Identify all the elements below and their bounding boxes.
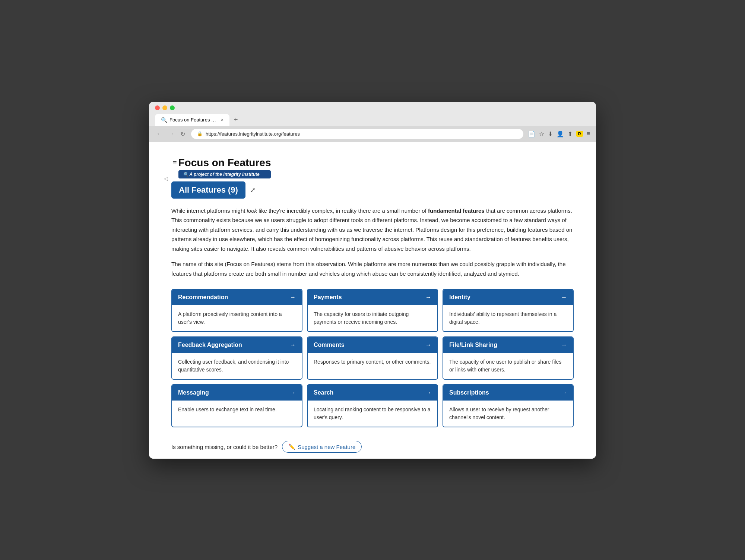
- feature-card[interactable]: Search → Locating and ranking content to…: [307, 384, 438, 427]
- feature-card-body: Enable users to exchange text in real ti…: [172, 401, 302, 419]
- feature-title: File/Link Sharing: [449, 342, 497, 348]
- feature-description: Responses to primary content, or other c…: [314, 359, 431, 365]
- suggest-pencil-icon: ✏️: [288, 443, 295, 450]
- fullscreen-button[interactable]: [170, 105, 175, 110]
- feature-card-header: Feedback Aggregation →: [172, 337, 302, 353]
- feature-card-header: Payments →: [308, 290, 437, 305]
- features-grid: Recommendation → A platform proactively …: [171, 289, 574, 427]
- feature-arrow-icon: →: [561, 389, 567, 396]
- feature-arrow-icon: →: [561, 342, 567, 348]
- hamburger-menu-button[interactable]: ≡: [171, 158, 178, 168]
- reload-button[interactable]: ↻: [179, 130, 187, 138]
- feature-card-header: Comments →: [308, 337, 437, 353]
- active-tab[interactable]: 🔍 Focus on Features | Prevent Ha… ×: [155, 114, 229, 126]
- site-title: Focus on Features: [178, 157, 271, 169]
- r-extension-icon[interactable]: R: [576, 131, 583, 137]
- suggest-row: Is something missing, or could it be bet…: [171, 441, 574, 453]
- feature-card-header: Subscriptions →: [443, 385, 573, 401]
- feature-title: Comments: [314, 342, 345, 348]
- security-icon: 🔒: [197, 131, 203, 136]
- address-bar-row: ← → ↻ 🔒 https://features.integrityinstit…: [149, 126, 596, 142]
- feature-card-body: The capacity for users to initiate outgo…: [308, 305, 437, 331]
- tab-title: Focus on Features | Prevent Ha…: [169, 117, 217, 123]
- feature-arrow-icon: →: [425, 389, 431, 396]
- feature-arrow-icon: →: [425, 342, 431, 348]
- project-badge: 🔍 A project of the Integrity Institute: [178, 170, 271, 178]
- site-title-area: Focus on Features 🔍 A project of the Int…: [178, 157, 271, 178]
- feature-card-body: Responses to primary content, or other c…: [308, 353, 437, 371]
- bookmarks-icon[interactable]: 📄: [528, 130, 535, 137]
- browser-window: 🔍 Focus on Features | Prevent Ha… × + ← …: [149, 102, 596, 459]
- feature-title: Payments: [314, 294, 342, 301]
- intro-paragraph-2: The name of this site (Focus on Features…: [171, 259, 574, 278]
- forward-button[interactable]: →: [167, 130, 176, 138]
- browser-chrome: 🔍 Focus on Features | Prevent Ha… × +: [149, 102, 596, 126]
- feature-card-header: Messaging →: [172, 385, 302, 401]
- feature-card-body: A platform proactively inserting content…: [172, 305, 302, 331]
- feature-card-body: Locating and ranking content to be respo…: [308, 401, 437, 427]
- feature-arrow-icon: →: [290, 294, 296, 301]
- share-icon[interactable]: ⤢: [250, 186, 256, 194]
- intro-paragraph-1: While internet platforms might look like…: [171, 206, 574, 254]
- feature-card-body: Individuals' ability to represent themse…: [443, 305, 573, 331]
- bookmark-star-icon[interactable]: ☆: [539, 130, 544, 137]
- feature-card[interactable]: Comments → Responses to primary content,…: [307, 336, 438, 380]
- page-header: ≡ Focus on Features 🔍 A project of the I…: [171, 157, 574, 178]
- suggest-feature-link[interactable]: ✏️ Suggest a new Feature: [282, 441, 362, 453]
- extensions-icon[interactable]: ⬆: [568, 130, 573, 137]
- feature-description: Locating and ranking content to be respo…: [314, 406, 431, 420]
- feature-card-body: Allows a user to receive by request anot…: [443, 401, 573, 427]
- profile-icon[interactable]: 👤: [557, 130, 564, 137]
- minimize-button[interactable]: [162, 105, 167, 110]
- traffic-lights: [155, 105, 590, 110]
- feature-card-header: Identity →: [443, 290, 573, 305]
- download-icon[interactable]: ⬇: [548, 130, 553, 137]
- feature-description: Enable users to exchange text in real ti…: [178, 406, 277, 412]
- suggest-link-text: Suggest a new Feature: [298, 444, 355, 450]
- nav-buttons: ← → ↻: [155, 130, 187, 138]
- feature-card[interactable]: Identity → Individuals' ability to repre…: [443, 289, 574, 332]
- feature-arrow-icon: →: [290, 389, 296, 396]
- page-content: ≡ Focus on Features 🔍 A project of the I…: [149, 142, 596, 459]
- feature-card[interactable]: Messaging → Enable users to exchange tex…: [171, 384, 302, 427]
- feature-title: Identity: [449, 294, 470, 301]
- menu-icon[interactable]: ≡: [587, 130, 590, 137]
- feature-card-header: Recommendation →: [172, 290, 302, 305]
- feature-card[interactable]: File/Link Sharing → The capacity of one …: [443, 336, 574, 380]
- feature-title: Subscriptions: [449, 389, 489, 396]
- feature-description: The capacity for users to initiate outgo…: [314, 311, 409, 325]
- feature-card-body: Collecting user feedback, and condensing…: [172, 353, 302, 379]
- sidebar-toggle-icon[interactable]: ◁: [164, 175, 168, 181]
- suggest-label: Is something missing, or could it be bet…: [171, 444, 278, 450]
- url-text: https://features.integrityinstitute.org/…: [206, 131, 300, 137]
- new-tab-button[interactable]: +: [231, 114, 241, 125]
- feature-description: Allows a user to receive by request anot…: [449, 406, 549, 420]
- feature-title: Messaging: [178, 389, 209, 396]
- address-bar[interactable]: 🔒 https://features.integrityinstitute.or…: [191, 129, 523, 139]
- feature-description: Individuals' ability to represent themse…: [449, 311, 557, 325]
- tab-bar: 🔍 Focus on Features | Prevent Ha… × +: [155, 114, 590, 126]
- feature-description: Collecting user feedback, and condensing…: [178, 359, 289, 373]
- all-features-badge: All Features (9): [171, 181, 245, 199]
- toolbar-right: 📄 ☆ ⬇ 👤 ⬆ R ≡: [528, 130, 590, 137]
- back-button[interactable]: ←: [155, 130, 164, 138]
- feature-card[interactable]: Recommendation → A platform proactively …: [171, 289, 302, 332]
- all-features-row: All Features (9) ⤢: [171, 181, 574, 199]
- feature-arrow-icon: →: [561, 294, 567, 301]
- feature-arrow-icon: →: [425, 294, 431, 301]
- tab-close-icon[interactable]: ×: [221, 117, 224, 123]
- feature-title: Feedback Aggregation: [178, 342, 242, 348]
- feature-card-body: The capacity of one user to publish or s…: [443, 353, 573, 379]
- feature-description: A platform proactively inserting content…: [178, 311, 282, 325]
- tab-favicon: 🔍: [161, 117, 167, 123]
- feature-arrow-icon: →: [290, 342, 296, 348]
- feature-title: Recommendation: [178, 294, 228, 301]
- feature-title: Search: [314, 389, 333, 396]
- feature-card[interactable]: Feedback Aggregation → Collecting user f…: [171, 336, 302, 380]
- close-button[interactable]: [155, 105, 160, 110]
- feature-card-header: Search →: [308, 385, 437, 401]
- feature-card[interactable]: Subscriptions → Allows a user to receive…: [443, 384, 574, 427]
- feature-description: The capacity of one user to publish or s…: [449, 359, 561, 373]
- feature-card-header: File/Link Sharing →: [443, 337, 573, 353]
- feature-card[interactable]: Payments → The capacity for users to ini…: [307, 289, 438, 332]
